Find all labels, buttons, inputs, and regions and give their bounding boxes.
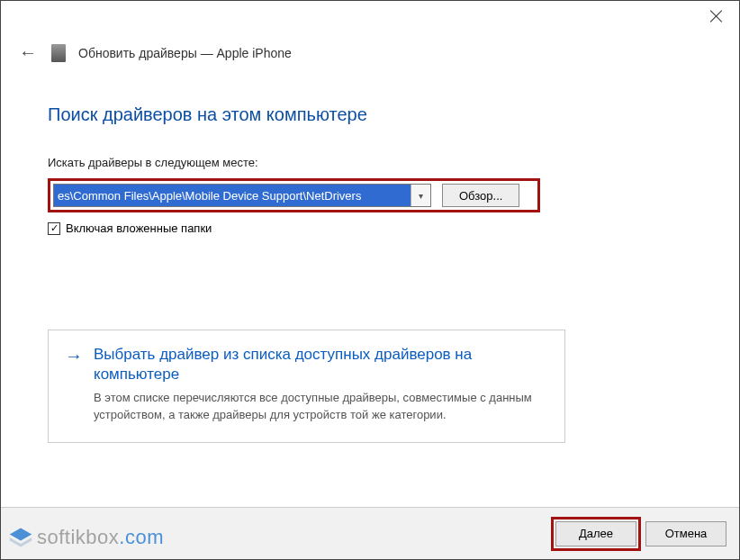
watermark-text: softikbox.com (37, 526, 164, 549)
device-icon (51, 44, 66, 62)
path-row: ▾ Обзор... (53, 184, 535, 207)
include-subfolders-checkbox[interactable]: ✓ (48, 222, 60, 235)
window-title: Обновить драйверы — Apple iPhone (78, 46, 292, 60)
path-combobox[interactable]: ▾ (53, 184, 431, 207)
include-subfolders-row: ✓ Включая вложенные папки (48, 221, 692, 235)
driver-update-wizard: ← Обновить драйверы — Apple iPhone Поиск… (0, 0, 740, 560)
browse-button[interactable]: Обзор... (442, 184, 519, 207)
arrow-right-icon: → (65, 347, 83, 424)
include-subfolders-label: Включая вложенные папки (66, 221, 212, 235)
path-label: Искать драйверы в следующем месте: (48, 156, 692, 169)
page-heading: Поиск драйверов на этом компьютере (48, 104, 692, 125)
option-description: В этом списке перечисляются все доступны… (94, 390, 548, 424)
close-icon[interactable] (708, 8, 725, 24)
chevron-down-icon[interactable]: ▾ (411, 185, 430, 206)
watermark: softikbox.com (8, 525, 164, 550)
option-text: Выбрать драйвер из списка доступных драй… (94, 345, 548, 424)
footer: softikbox.com Далее Отмена (1, 507, 739, 559)
option-title: Выбрать драйвер из списка доступных драй… (94, 345, 548, 384)
path-input[interactable] (54, 185, 411, 206)
back-arrow-icon[interactable]: ← (17, 42, 39, 63)
content-area: Поиск драйверов на этом компьютере Искат… (1, 63, 739, 443)
svg-marker-0 (10, 528, 32, 541)
next-button[interactable]: Далее (555, 521, 636, 546)
cancel-button[interactable]: Отмена (645, 521, 726, 546)
pick-from-list-option[interactable]: → Выбрать драйвер из списка доступных др… (48, 330, 565, 443)
path-row-highlight: ▾ Обзор... (48, 178, 540, 212)
watermark-logo-icon (8, 525, 33, 550)
header: ← Обновить драйверы — Apple iPhone (1, 37, 739, 63)
titlebar (1, 1, 739, 37)
